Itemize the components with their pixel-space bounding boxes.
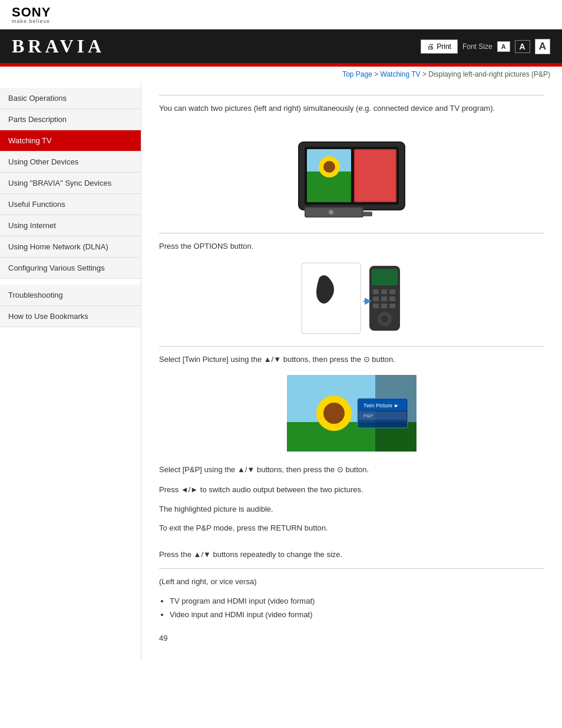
svg-rect-18 (389, 289, 395, 294)
svg-rect-20 (381, 297, 387, 301)
svg-rect-21 (389, 297, 395, 301)
bravia-title: BRAVIA (12, 35, 105, 57)
tv-illustration (275, 124, 428, 222)
step2-section: Select [Twin Picture] using the ▲/▼ butt… (159, 354, 544, 454)
compatible-section: (Left and right, or vice versa) TV progr… (159, 576, 544, 622)
bravia-controls: 🖨 Print Font Size A A A (421, 39, 550, 54)
divider-top (159, 95, 544, 95)
compatible-list: TV program and HDMI input (video format)… (170, 594, 544, 622)
breadcrumb-watching[interactable]: Watching TV (381, 70, 421, 78)
svg-rect-22 (373, 304, 379, 308)
intro-text: You can watch two pictures (left and rig… (159, 103, 544, 115)
divider-1 (159, 233, 544, 233)
svg-rect-16 (373, 289, 379, 294)
sidebar-item-watching-tv[interactable]: Watching TV (0, 130, 141, 151)
bravia-bar: BRAVIA 🖨 Print Font Size A A A (0, 29, 562, 63)
main-layout: Basic Operations Parts Description Watch… (0, 82, 562, 660)
step1-text: Press the OPTIONS button. (159, 241, 544, 253)
compatible-label: (Left and right, or vice versa) (159, 576, 544, 588)
svg-point-12 (329, 210, 333, 215)
breadcrumb-top[interactable]: Top Page (342, 70, 372, 78)
sony-logo: SONY make.believe (12, 6, 550, 24)
breadcrumb-current: Displaying left-and-right pictures (P&P) (428, 70, 550, 78)
svg-rect-17 (381, 289, 387, 294)
step2-text: Select [Twin Picture] using the ▲/▼ butt… (159, 354, 544, 366)
divider-3 (159, 568, 544, 569)
sidebar: Basic Operations Parts Description Watch… (0, 82, 141, 660)
svg-rect-19 (373, 297, 379, 301)
sidebar-item-bravia-sync[interactable]: Using "BRAVIA" Sync Devices (0, 173, 141, 194)
sidebar-item-home-network[interactable]: Using Home Network (DLNA) (0, 236, 141, 258)
step3-instructions: Select [P&P] using the ▲/▼ buttons, then… (159, 463, 544, 516)
svg-rect-9 (355, 150, 395, 201)
step3-line2: Press ◄/► to switch audio output between… (159, 483, 544, 496)
sidebar-item-bookmarks[interactable]: How to Use Bookmarks (0, 306, 141, 327)
font-medium-button[interactable]: A (515, 40, 530, 53)
sidebar-item-using-internet[interactable]: Using Internet (0, 215, 141, 236)
sidebar-item-using-other-devices[interactable]: Using Other Devices (0, 151, 141, 173)
intro-section: You can watch two pictures (left and rig… (159, 103, 544, 223)
print-button[interactable]: 🖨 Print (421, 39, 458, 54)
twin-picture-image: Twin Picture ► P&P (159, 375, 544, 453)
step3-line1: Select [P&P] using the ▲/▼ buttons, then… (159, 463, 544, 476)
list-item: Video input and HDMI input (video format… (170, 608, 544, 621)
svg-point-31 (323, 403, 345, 424)
print-icon: 🖨 (427, 42, 434, 51)
header: SONY make.believe (0, 0, 562, 29)
svg-rect-23 (381, 304, 387, 308)
svg-text:P&P: P&P (363, 413, 373, 419)
sony-brand: SONY (12, 6, 550, 19)
content-area: You can watch two pictures (left and rig… (141, 82, 562, 660)
sidebar-item-basic-operations[interactable]: Basic Operations (0, 88, 141, 109)
options-illustration (159, 260, 544, 337)
font-large-button[interactable]: A (535, 39, 550, 54)
exit-text: To exit the P&P mode, press the RETURN b… (159, 522, 544, 535)
size-text: Press the ▲/▼ buttons repeatedly to chan… (159, 549, 544, 561)
svg-rect-24 (389, 304, 395, 308)
sidebar-item-troubleshooting[interactable]: Troubleshooting (0, 285, 141, 306)
font-small-button[interactable]: A (497, 41, 510, 52)
list-item: TV program and HDMI input (video format) (170, 594, 544, 608)
sony-tagline: make.believe (12, 19, 550, 24)
options-button-illustration (299, 260, 405, 337)
page-number: 49 (159, 634, 544, 643)
step1-section: Press the OPTIONS button. (159, 241, 544, 337)
twin-picture-illustration: Twin Picture ► P&P (287, 375, 416, 452)
font-size-label: Font Size (462, 42, 492, 51)
svg-point-26 (381, 315, 388, 322)
tv-image-container (159, 124, 544, 223)
sidebar-item-configuring-settings[interactable]: Configuring Various Settings (0, 258, 141, 279)
breadcrumb: Top Page > Watching TV > Displaying left… (0, 67, 562, 82)
step3-line3: The highlighted picture is audible. (159, 502, 544, 516)
divider-2 (159, 346, 544, 347)
svg-point-7 (323, 161, 335, 173)
sidebar-item-useful-functions[interactable]: Useful Functions (0, 194, 141, 215)
sidebar-item-parts-description[interactable]: Parts Description (0, 109, 141, 130)
svg-rect-11 (306, 208, 362, 216)
svg-rect-15 (372, 269, 398, 285)
svg-text:Twin Picture ►: Twin Picture ► (363, 403, 399, 409)
